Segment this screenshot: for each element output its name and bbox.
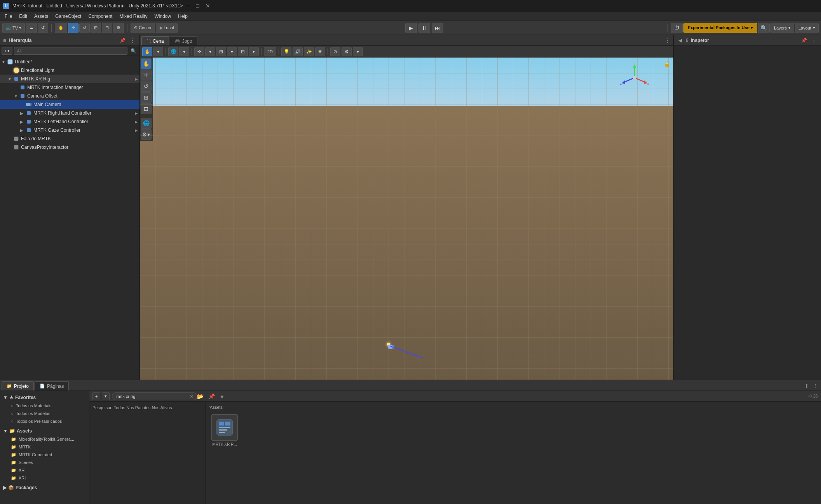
tree-item-main-camera[interactable]: Main Camera: [0, 100, 139, 109]
left-tool-rotate[interactable]: ↺: [141, 81, 152, 92]
inspector-back-btn[interactable]: ◀: [677, 37, 683, 44]
layout-button[interactable]: Layout ▾: [795, 23, 819, 33]
tree-item-mrtk-xr-rig[interactable]: ▼ MRTK XR Rig ▶: [0, 75, 139, 83]
hierarchy-search-input[interactable]: [14, 47, 127, 55]
search-button[interactable]: 🔍: [758, 23, 770, 33]
tab-cena[interactable]: ⛶ Cena: [141, 36, 169, 45]
tab-paginas[interactable]: 📄 Páginas: [35, 381, 69, 391]
local-button[interactable]: ◈ Local: [156, 23, 177, 33]
tabs-more-button[interactable]: ⋮: [663, 37, 672, 44]
tree-item-camera-offset[interactable]: ▼ Camera Offset: [0, 92, 139, 100]
tree-item-fala[interactable]: Fala do MRTK: [0, 134, 139, 143]
scene-hand-btn[interactable]: ✋: [142, 47, 152, 56]
transform-tool-button[interactable]: ⚙: [113, 23, 124, 33]
left-tool-settings[interactable]: ⚙▾: [141, 129, 152, 140]
favorites-item-prefabs[interactable]: ○ Todos os Pré-fabricados: [3, 417, 86, 425]
layers-button[interactable]: Layers ▾: [770, 23, 794, 33]
scene-settings-dropdown-btn[interactable]: ▾: [353, 47, 363, 56]
tab-projeto[interactable]: 📁 Projeto: [2, 381, 34, 391]
inspector-pin-btn[interactable]: 📌: [800, 37, 809, 44]
project-search-clear-btn[interactable]: ✕: [190, 394, 193, 399]
bottom-panel-maximize-btn[interactable]: ⬆: [803, 383, 810, 389]
scene-overlay-btn[interactable]: 👁: [315, 47, 325, 56]
menu-window[interactable]: Window: [151, 13, 174, 20]
project-add-btn[interactable]: +: [92, 392, 100, 400]
scene-globe-btn[interactable]: 🌐: [168, 47, 178, 56]
play-button[interactable]: ▶: [405, 23, 417, 33]
project-search-input[interactable]: [112, 392, 197, 400]
assets-item-mrtt-genera[interactable]: 📁 MixedRealityToolkit.Genera...: [3, 435, 86, 443]
tree-item-mrtk-interaction[interactable]: MRTK Interaction Manager: [0, 83, 139, 92]
left-tool-globe[interactable]: 🌐: [141, 118, 152, 129]
cloud-button[interactable]: ☁: [26, 23, 37, 33]
tab-jogo[interactable]: 🎮 Jogo: [170, 36, 197, 45]
favorites-item-models[interactable]: ○ Todos os Modelos: [3, 410, 86, 417]
hierarchy-pin-btn[interactable]: 📌: [118, 37, 127, 44]
scene-lock-icon[interactable]: 🔒: [664, 61, 670, 67]
tree-item-lefthand[interactable]: ▶ MRTK LeftHand Controller ▶: [0, 117, 139, 126]
scene-gizmo[interactable]: X Y Z: [619, 62, 650, 93]
scene-extra-btn[interactable]: ⊟: [238, 47, 248, 56]
assets-item-mrtk-gen[interactable]: 📁 MRTK.Generated: [3, 451, 86, 459]
tree-item-righthand[interactable]: ▶ MRTK RightHand Controller ▶: [0, 109, 139, 117]
left-tool-rect[interactable]: ⊟: [141, 103, 152, 114]
experimental-packages-button[interactable]: Experimental Packages In Use ▾: [683, 23, 757, 33]
menu-assets[interactable]: Assets: [31, 13, 51, 20]
maximize-button[interactable]: □: [196, 3, 199, 9]
scene-rect-dropdown-btn[interactable]: ▾: [227, 47, 237, 56]
left-tool-scale[interactable]: ⊞: [141, 92, 152, 103]
favorites-item-materials[interactable]: ○ Todos os Materiais: [3, 402, 86, 410]
bottom-panel-more-btn[interactable]: ⋮: [812, 383, 819, 389]
pivot-button[interactable]: ⊕ Center: [131, 23, 155, 33]
scene-effects-btn[interactable]: ✨: [304, 47, 314, 56]
scene-extra-dropdown-btn[interactable]: ▾: [249, 47, 259, 56]
inspector-more-btn[interactable]: ⋮: [810, 37, 818, 44]
tree-item-directional-light[interactable]: Directional Light: [0, 66, 139, 75]
title-bar-controls[interactable]: ─ □ ✕: [186, 3, 210, 9]
scene-globe-dropdown-btn[interactable]: ▾: [179, 47, 189, 56]
menu-help[interactable]: Help: [175, 13, 191, 20]
scene-move-dropdown-btn[interactable]: ▾: [205, 47, 215, 56]
favorites-header[interactable]: ▼ ★ Favorites: [3, 393, 86, 402]
scene-move-btn[interactable]: ✛: [194, 47, 204, 56]
pause-button[interactable]: ⏸: [418, 23, 430, 33]
packages-header[interactable]: ▶ 📦 Packages: [3, 483, 86, 492]
scene-audio-btn[interactable]: 🔊: [293, 47, 303, 56]
scene-viewport[interactable]: ✋ ✛ ↺ ⊞ ⊟ 🌐 ⚙▾: [140, 58, 673, 380]
scene-2d-btn[interactable]: 2D: [264, 47, 276, 56]
project-add-dropdown-btn[interactable]: ▾: [102, 392, 110, 400]
history-button[interactable]: ⏱: [671, 23, 683, 33]
minimize-button[interactable]: ─: [186, 3, 190, 9]
hierarchy-search-icon[interactable]: 🔍: [129, 47, 138, 54]
menu-component[interactable]: Component: [85, 13, 115, 20]
project-star-btn[interactable]: ★: [218, 393, 226, 399]
step-button[interactable]: ⏭: [432, 23, 443, 33]
menu-edit[interactable]: Edit: [16, 13, 30, 20]
asset-item-mrtk-xr[interactable]: MRTK XR R...: [209, 413, 240, 448]
project-pin-btn[interactable]: 📌: [207, 393, 216, 399]
menu-mixed-reality[interactable]: Mixed Reality: [116, 13, 150, 20]
hierarchy-more-btn[interactable]: ⋮: [129, 37, 136, 44]
refresh-button[interactable]: ↺: [38, 23, 48, 33]
assets-header[interactable]: ▼ 📁 Assets: [3, 427, 86, 435]
tree-item-canvas-proxy[interactable]: CanvasProxyInteractor: [0, 143, 139, 152]
scene-hidden-btn[interactable]: ⊙: [330, 47, 340, 56]
tv-button[interactable]: 📺 TV ▾: [2, 23, 25, 33]
rect-tool-button[interactable]: ⊟: [102, 23, 112, 33]
tree-item-untitled[interactable]: ▼ Untitled*: [0, 58, 139, 66]
menu-gameobject[interactable]: GameObject: [52, 13, 84, 20]
move-tool-button[interactable]: ✛: [68, 23, 78, 33]
menu-file[interactable]: File: [2, 13, 15, 20]
rotate-tool-button[interactable]: ↺: [79, 23, 90, 33]
left-tool-hand[interactable]: ✋: [141, 58, 152, 69]
scene-light-btn[interactable]: 💡: [281, 47, 291, 56]
scene-settings-btn[interactable]: ⚙: [342, 47, 352, 56]
left-tool-move[interactable]: ✛: [141, 70, 152, 80]
assets-item-xr[interactable]: 📁 XR: [3, 466, 86, 474]
scene-dropdown-btn[interactable]: ▾: [153, 47, 163, 56]
assets-item-mrtk[interactable]: 📁 MRTK: [3, 443, 86, 451]
assets-item-xri[interactable]: 📁 XRI: [3, 474, 86, 482]
hierarchy-add-btn[interactable]: + ▾: [2, 47, 12, 55]
tree-item-gaze[interactable]: ▶ MRTK Gaze Controller ▶: [0, 126, 139, 134]
assets-item-scenes[interactable]: 📁 Scenes: [3, 459, 86, 466]
